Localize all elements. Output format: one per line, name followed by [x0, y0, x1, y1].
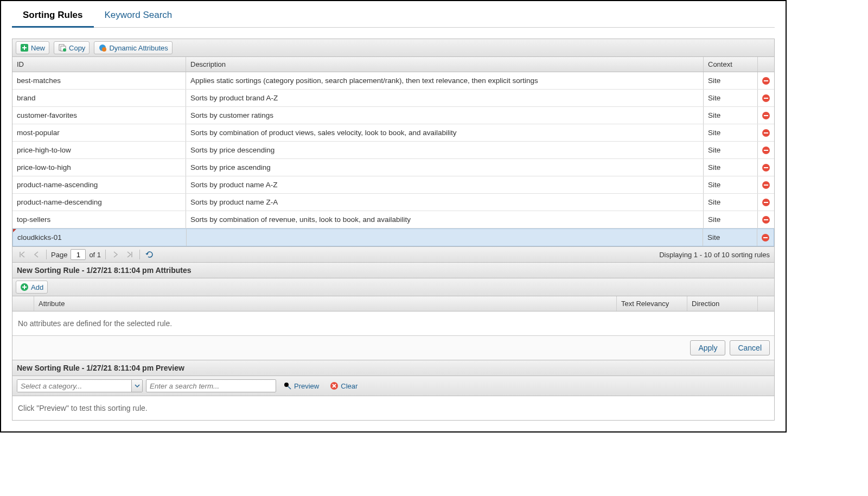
col-header-direction[interactable]: Direction	[687, 296, 758, 311]
attributes-empty-message: No attributes are defined for the select…	[12, 311, 774, 335]
col-header-id[interactable]: ID	[12, 57, 186, 72]
cell-context: Site	[704, 72, 758, 89]
cell-id: customer-favorites	[12, 107, 186, 124]
attributes-grid-header: Attribute Text Relevancy Direction	[12, 296, 774, 311]
cell-context: Site	[704, 176, 758, 193]
prev-page-button[interactable]	[31, 249, 42, 260]
delete-icon	[762, 77, 770, 85]
dynamic-label: Dynamic Attributes	[109, 44, 168, 52]
delete-icon	[761, 233, 770, 242]
plus-icon	[20, 43, 29, 52]
cell-description: Sorts by combination of revenue, units, …	[186, 211, 704, 228]
delete-row-button[interactable]	[757, 229, 774, 246]
clear-button[interactable]: Clear	[326, 380, 361, 392]
cell-description: Sorts by combination of product views, s…	[186, 124, 704, 141]
attributes-toolbar: Add	[12, 278, 774, 296]
last-page-button[interactable]	[124, 249, 135, 260]
delete-row-button[interactable]	[758, 90, 774, 106]
cell-id: product-name-descending	[12, 194, 186, 211]
chevron-down-icon[interactable]	[131, 380, 142, 392]
cell-description	[187, 229, 703, 246]
category-input[interactable]	[17, 380, 131, 392]
svg-rect-15	[764, 150, 768, 151]
delete-icon	[762, 181, 770, 189]
delete-row-button[interactable]	[758, 211, 774, 228]
pager-display-text: Displaying 1 - 10 of 10 sorting rules	[659, 251, 770, 259]
new-label: New	[31, 44, 45, 52]
preview-toolbar: Preview Clear	[12, 376, 774, 396]
svg-rect-19	[764, 185, 768, 186]
dynamic-attributes-button[interactable]: Dynamic Attributes	[94, 41, 172, 54]
cell-context: Site	[704, 124, 758, 141]
next-page-button[interactable]	[110, 249, 121, 260]
delete-row-button[interactable]	[758, 176, 774, 193]
col-header-context[interactable]: Context	[704, 57, 758, 72]
table-row[interactable]: product-name-ascendingSorts by product n…	[12, 176, 774, 194]
svg-rect-9	[764, 98, 768, 99]
table-row[interactable]: customer-favoritesSorts by customer rati…	[12, 107, 774, 124]
category-combo[interactable]	[17, 379, 143, 392]
cell-context: Site	[704, 107, 758, 124]
search-term-input[interactable]	[146, 379, 276, 392]
attributes-section-title: New Sorting Rule - 1/27/21 8:11:04 pm At…	[12, 262, 774, 278]
cancel-button[interactable]: Cancel	[730, 340, 770, 355]
cell-context: Site	[704, 142, 758, 158]
cell-description: Sorts by product name Z-A	[186, 194, 704, 211]
tab-sorting-rules[interactable]: Sorting Rules	[12, 3, 94, 28]
delete-row-button[interactable]	[758, 124, 774, 141]
cell-description: Sorts by product name A-Z	[186, 176, 704, 193]
first-page-button[interactable]	[17, 249, 28, 260]
table-row[interactable]: product-name-descendingSorts by product …	[12, 194, 774, 211]
table-row[interactable]: most-popularSorts by combination of prod…	[12, 124, 774, 142]
clear-icon	[330, 381, 339, 390]
page-of-label: of 1	[89, 251, 101, 259]
tab-keyword-search[interactable]: Keyword Search	[94, 3, 183, 27]
cell-id: price-high-to-low	[12, 142, 186, 158]
svg-rect-21	[764, 202, 768, 203]
cell-description: Sorts by price descending	[186, 142, 704, 158]
copy-icon	[58, 43, 67, 52]
add-icon	[20, 283, 29, 291]
svg-point-5	[102, 47, 106, 52]
clear-label: Clear	[341, 382, 358, 390]
delete-icon	[762, 129, 770, 137]
cell-id: product-name-ascending	[12, 176, 186, 193]
cell-id: brand	[12, 90, 186, 106]
add-label: Add	[31, 283, 43, 291]
cell-context: Site	[704, 194, 758, 211]
sorting-rules-panel: New Copy Dynamic Attributes ID Descripti…	[12, 39, 775, 421]
attributes-footer: Apply Cancel	[12, 335, 774, 360]
new-button[interactable]: New	[16, 41, 49, 54]
cell-description: Sorts by customer ratings	[186, 107, 704, 124]
table-row[interactable]: best-matchesApplies static sortings (cat…	[12, 72, 774, 90]
cell-id: top-sellers	[12, 211, 186, 228]
cell-id: price-low-to-high	[12, 159, 186, 176]
table-row[interactable]: top-sellersSorts by combination of reven…	[12, 211, 774, 228]
delete-row-button[interactable]	[758, 194, 774, 211]
page-input[interactable]	[71, 249, 86, 260]
preview-button[interactable]: Preview	[279, 380, 323, 392]
table-row[interactable]: brandSorts by product brand A-ZSite	[12, 90, 774, 107]
delete-icon	[762, 111, 770, 120]
svg-rect-13	[764, 132, 768, 133]
table-row[interactable]: price-high-to-lowSorts by price descendi…	[12, 142, 774, 159]
cell-id: most-popular	[12, 124, 186, 141]
table-row[interactable]: price-low-to-highSorts by price ascendin…	[12, 159, 774, 176]
refresh-button[interactable]	[144, 249, 155, 260]
copy-button[interactable]: Copy	[54, 41, 90, 54]
magnifier-icon	[283, 381, 292, 390]
svg-rect-11	[764, 115, 768, 116]
col-header-description[interactable]: Description	[186, 57, 704, 72]
table-row[interactable]: cloudkicks-01Site	[12, 228, 774, 246]
delete-icon	[762, 215, 770, 224]
globe-icon	[98, 43, 107, 52]
col-header-text-relevancy[interactable]: Text Relevancy	[617, 296, 687, 311]
cell-context: Site	[704, 90, 758, 106]
delete-row-button[interactable]	[758, 107, 774, 124]
delete-row-button[interactable]	[758, 142, 774, 158]
col-header-attribute[interactable]: Attribute	[34, 296, 617, 311]
delete-row-button[interactable]	[758, 72, 774, 89]
delete-row-button[interactable]	[758, 159, 774, 176]
add-attribute-button[interactable]: Add	[16, 281, 48, 294]
apply-button[interactable]: Apply	[690, 340, 725, 355]
